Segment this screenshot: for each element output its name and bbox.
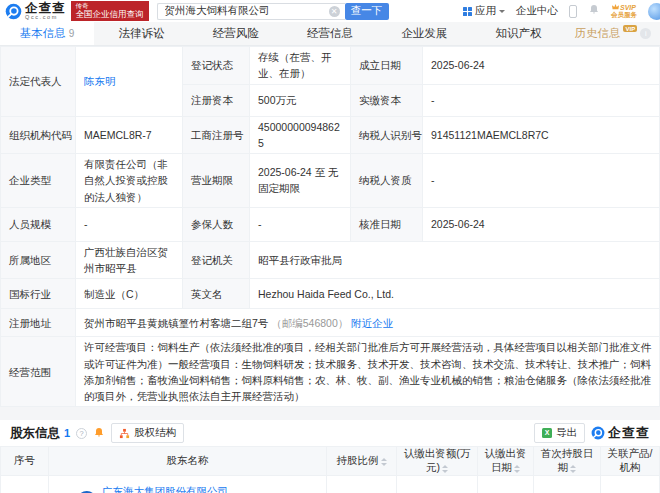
tab-business-info[interactable]: 经营信息 — [283, 22, 377, 45]
row-first-date: 2025-06-24 — [534, 476, 601, 493]
org-code-label: 组织机构代码 — [1, 116, 76, 154]
col-amount-label: 认缴出资额(万元) — [404, 447, 471, 473]
shareholders-table-header-row: 序号 股东名称 持股比例 认缴出资额(万元) 认缴出资日期 首次持股日期 关联产… — [1, 447, 660, 476]
search-input[interactable] — [157, 3, 345, 20]
chevron-down-icon — [499, 10, 505, 16]
legal-rep-value: 陈东明 — [76, 47, 183, 117]
user-avatar[interactable] — [648, 3, 660, 20]
row-ratio: 100% — [327, 476, 397, 493]
col-related-product: 关联产品/机构 — [601, 447, 660, 476]
col-first-holding-date[interactable]: 首次持股日期 — [534, 447, 601, 476]
apps-label: 应用 — [475, 4, 496, 18]
shareholders-count: 1 — [64, 427, 70, 439]
apps-menu[interactable]: 应用 — [463, 4, 505, 18]
business-scope-label: 经营范围 — [1, 337, 76, 407]
nearby-companies-link[interactable]: 附近企业 — [351, 317, 393, 329]
logo-subtext: Qcc.com — [25, 15, 66, 21]
sort-icon[interactable] — [381, 458, 387, 466]
region-label: 所属地区 — [1, 241, 76, 279]
legal-rep-link[interactable]: 陈东明 — [84, 75, 116, 87]
svip-member-badge[interactable]: SVIP 会员服务 — [611, 4, 637, 19]
authority-label: 登记机关 — [183, 241, 250, 279]
vip-badge: VIP — [623, 25, 637, 32]
col-shareholder-name: 股东名称 — [49, 447, 327, 476]
reg-status-value: 存续（在营、开业、在册） — [250, 47, 351, 85]
region-value: 广西壮族自治区贺州市昭平县 — [76, 241, 183, 279]
shareholders-title: 股东信息 — [10, 425, 60, 442]
paid-capital-label: 实缴资本 — [351, 84, 423, 116]
shareholders-header: 股东信息 1 ? 股权结构 X 导出 企查查 — [0, 420, 660, 446]
equity-structure-button[interactable]: 股权结构 — [111, 423, 184, 443]
biz-term-label: 营业期限 — [183, 154, 250, 208]
row-product: 海大集团 — [601, 476, 660, 493]
reg-address-value: 贺州市昭平县黄姚镇篁竹村客塘二组7号 （邮编546800） 附近企业 — [76, 309, 660, 337]
search-button[interactable]: 查一下 — [345, 3, 389, 20]
tab-history-info[interactable]: 历史信息 VIP i — [566, 22, 660, 45]
tax-qual-value: - — [423, 154, 660, 208]
col-ratio[interactable]: 持股比例 — [327, 447, 397, 476]
company-type-value: 有限责任公司（非自然人投资或控股的法人独资） — [76, 154, 183, 208]
qcc-logo-icon[interactable] — [5, 3, 22, 20]
tab-label: 经营风险 — [213, 26, 259, 41]
monitor-bell-icon[interactable] — [93, 427, 105, 439]
qcc-watermark-text: 企查查 — [608, 424, 650, 442]
qcc-logo-text[interactable]: 企查查 Qcc.com — [25, 2, 66, 21]
biz-reg-label: 工商注册号 — [183, 116, 250, 154]
clear-search-icon[interactable]: ✕ — [329, 6, 340, 17]
reg-status-label: 登记状态 — [183, 47, 250, 85]
business-scope-value: 许可经营项目：饲料生产（依法须经批准的项目，经相关部门批准后方可开展经营活动，具… — [76, 337, 660, 407]
header-right-nav: 应用 企业中心 SVIP 会员服务 — [463, 2, 660, 20]
tab-label: 基本信息 — [20, 26, 66, 41]
tax-id-label: 纳税人识别号 — [351, 116, 423, 154]
col-ratio-label: 持股比例 — [337, 454, 379, 466]
col-first-date-label: 首次持股日期 — [541, 447, 594, 473]
col-no: 序号 — [1, 447, 49, 476]
reg-capital-value: 500万元 — [250, 84, 351, 116]
shareholder-company-link[interactable]: 广东海大集团股份有限公司 — [102, 485, 228, 493]
shareholder-name-cell: + 广东海大集团股份有限公司 海大集团 (002311.SZ) — [51, 485, 324, 493]
lock-icon: i — [640, 28, 651, 39]
basic-info-table: 法定代表人 陈东明 登记状态 存续（在营、开业、在册） 成立日期 2025-06… — [0, 46, 660, 407]
apps-grid-icon — [463, 7, 472, 16]
sort-icon[interactable] — [514, 465, 520, 473]
tab-count: 9 — [69, 28, 75, 39]
tax-id-value: 91451121MAEMCL8R7C — [423, 116, 660, 154]
help-icon[interactable]: ? — [76, 428, 87, 439]
col-subscribed-date[interactable]: 认缴出资日期 — [478, 447, 534, 476]
legal-rep-label: 法定代表人 — [1, 47, 76, 117]
tab-company-development[interactable]: 企业发展 — [377, 22, 471, 45]
section-divider — [0, 407, 660, 420]
tab-legal-litigation[interactable]: 法律诉讼 — [94, 22, 188, 45]
export-button[interactable]: X 导出 — [534, 423, 585, 443]
badge-line2: 全国企业信用查询 — [76, 10, 144, 20]
sort-icon[interactable] — [570, 465, 576, 473]
tab-intellectual-property[interactable]: 知识产权 — [471, 22, 565, 45]
enterprise-center-link[interactable]: 企业中心 — [516, 4, 558, 18]
excel-icon: X — [542, 428, 552, 438]
english-name-value: Hezhou Haida Feed Co., Ltd. — [250, 279, 660, 309]
biz-term-value: 2025-06-24 至 无固定期限 — [250, 154, 351, 208]
address-postcode: （邮编546800） — [271, 317, 348, 329]
tab-label: 企业发展 — [401, 26, 447, 41]
logo-name: 企查查 — [25, 2, 66, 15]
tab-label: 经营信息 — [307, 26, 353, 41]
tab-operation-risk[interactable]: 经营风险 — [189, 22, 283, 45]
svip-line1: SVIP — [620, 4, 636, 12]
address-text: 贺州市昭平县黄姚镇篁竹村客塘二组7号 — [84, 317, 268, 329]
biz-reg-value: 450000000948625 — [250, 116, 351, 154]
row-amount: 500 — [397, 476, 478, 493]
approval-date-value: 2025-06-24 — [423, 207, 660, 241]
top-header: 企查查 Qcc.com 传奇 全国企业信用查询 ✕ 查一下 应用 企业中心 SV… — [0, 0, 660, 22]
equity-structure-label: 股权结构 — [134, 426, 176, 440]
mobile-app-icon[interactable] — [569, 5, 577, 18]
sort-icon[interactable] — [442, 465, 448, 473]
row-date: - — [478, 476, 534, 493]
notification-bell-icon[interactable] — [588, 2, 600, 20]
qcc-watermark: 企查查 — [591, 424, 650, 442]
col-subscribed-amount[interactable]: 认缴出资额(万元) — [397, 447, 478, 476]
tab-basic-info[interactable]: 基本信息 9 — [0, 22, 94, 45]
staff-size-label: 人员规模 — [1, 207, 76, 241]
tax-qual-label: 纳税人资质 — [351, 154, 423, 208]
industry-label: 国标行业 — [1, 279, 76, 309]
approval-date-label: 核准日期 — [351, 207, 423, 241]
